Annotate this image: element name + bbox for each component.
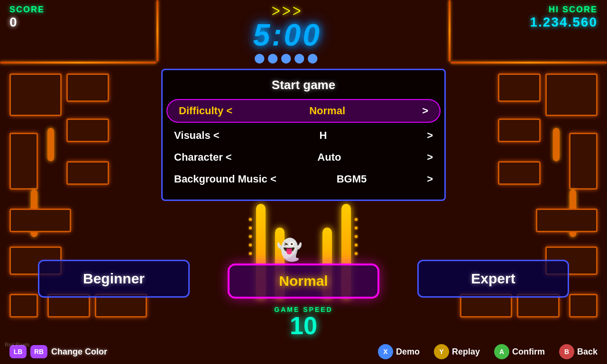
character-arrow: > xyxy=(427,151,433,164)
score-value: 0 xyxy=(9,15,18,30)
bgm-arrow: > xyxy=(427,173,433,185)
y-button[interactable]: Y xyxy=(434,344,449,359)
replay-label: Replay xyxy=(452,347,480,357)
maze-block xyxy=(9,73,62,116)
difficulty-value: Normal xyxy=(309,105,345,117)
maze-block xyxy=(498,73,541,102)
score-block: SCORE 0 xyxy=(9,5,45,30)
maze-block xyxy=(66,161,109,185)
confirm-label: Confirm xyxy=(512,347,545,357)
game-speed-area: GAME SPEED 10 xyxy=(274,306,332,338)
confirm-control: A Confirm xyxy=(494,344,545,359)
pacman-icons: ᐳᐳᐳ xyxy=(272,5,303,18)
maze-pill xyxy=(47,128,54,161)
maze-block xyxy=(66,73,109,102)
a-button[interactable]: A xyxy=(494,344,509,359)
menu-panel: Start game Difficulty < Normal > Visuals… xyxy=(161,69,446,201)
visuals-row[interactable]: Visuals < H > xyxy=(163,125,444,146)
score-label: SCORE xyxy=(9,5,45,15)
maze-block xyxy=(498,118,541,142)
hi-score-label: HI SCORE xyxy=(549,5,598,15)
normal-button-label: Normal xyxy=(279,273,328,289)
bgm-row[interactable]: Background Music < BGM5 > xyxy=(163,168,444,190)
visuals-label: Visuals < xyxy=(174,129,220,142)
dots-right xyxy=(355,218,358,255)
ctrl-right: X Demo Y Replay A Confirm B Back xyxy=(378,344,598,359)
visuals-arrow: > xyxy=(427,129,433,142)
hud: SCORE 0 ᐳᐳᐳ 5:00 ⬤⬤⬤⬤⬤ HI SCORE 1.234.56… xyxy=(0,0,607,57)
difficulty-row[interactable]: Difficulty < Normal > xyxy=(166,99,441,123)
back-control: B Back xyxy=(559,344,598,359)
rb-button[interactable]: RB xyxy=(30,345,47,358)
bgm-value: BGM5 xyxy=(337,173,367,185)
menu-title[interactable]: Start game xyxy=(163,78,444,92)
back-label: Back xyxy=(577,347,598,357)
maze-pill xyxy=(553,128,560,161)
maze-block xyxy=(66,118,109,142)
demo-control: X Demo xyxy=(378,344,420,359)
difficulty-label: Difficulty < xyxy=(179,105,232,117)
maze-block xyxy=(9,133,38,190)
maze-block xyxy=(498,161,541,185)
expert-button[interactable]: Expert xyxy=(417,260,569,298)
maze-line xyxy=(451,62,607,64)
change-color-label: Change Color xyxy=(51,347,107,357)
game-speed-value: 10 xyxy=(274,313,332,338)
x-button[interactable]: X xyxy=(378,344,393,359)
timer: 5:00 xyxy=(253,20,322,50)
maze-block xyxy=(545,73,598,116)
maze-block xyxy=(9,294,38,318)
maze-line xyxy=(0,62,156,64)
center-hud: ᐳᐳᐳ 5:00 ⬤⬤⬤⬤⬤ xyxy=(253,5,322,64)
demo-label: Demo xyxy=(396,347,420,357)
ghost: 👻 xyxy=(276,237,303,262)
normal-button[interactable]: Normal xyxy=(228,264,379,299)
visuals-value: H xyxy=(319,129,327,142)
maze-block xyxy=(569,294,598,318)
character-row[interactable]: Character < Auto > xyxy=(163,146,444,168)
difficulty-arrow: > xyxy=(422,105,428,117)
beginner-button[interactable]: Beginner xyxy=(38,260,190,298)
hi-score-block: HI SCORE 1.234.560 xyxy=(530,5,598,30)
lives-icons: ⬤⬤⬤⬤⬤ xyxy=(254,52,321,64)
maze-block xyxy=(569,133,598,190)
replay-control: Y Replay xyxy=(434,344,480,359)
character-label: Character < xyxy=(174,151,232,164)
maze-block xyxy=(9,209,71,232)
bottom-controls: LB RB Change Color X Demo Y Replay A Con… xyxy=(0,344,607,359)
character-value: Auto xyxy=(317,151,341,164)
watermark: Riot Pixels xyxy=(5,342,29,347)
hi-score-value: 1.234.560 xyxy=(530,15,598,30)
bgm-label: Background Music < xyxy=(174,173,276,185)
b-button[interactable]: B xyxy=(559,344,574,359)
dots-left xyxy=(249,218,252,255)
maze-block xyxy=(536,209,598,232)
normal-button-container: Normal xyxy=(228,264,379,299)
